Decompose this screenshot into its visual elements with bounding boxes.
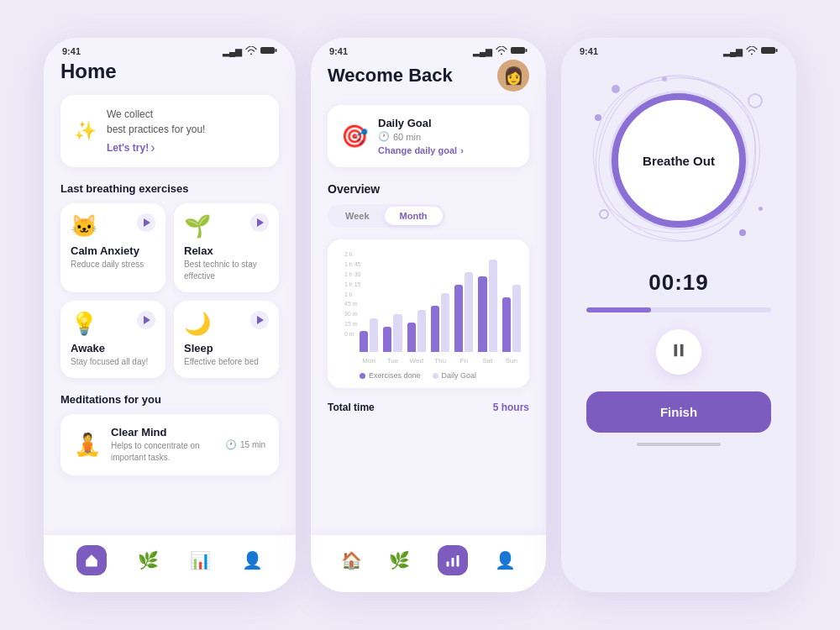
exercise-sleep[interactable]: 🌙 Sleep Effective before bed [174,301,279,378]
bottom-nav-1: 🌿 📊 👤 [44,535,296,592]
svg-rect-4 [446,562,449,567]
nav-profile-2[interactable]: 👤 [495,550,516,570]
overview-title: Overview [328,182,529,196]
desc-calm: Reduce daily stress [71,259,155,270]
svg-rect-8 [776,49,778,52]
total-row: Total time 5 hours [328,398,529,413]
name-sleep: Sleep [184,342,269,354]
svg-rect-9 [675,344,678,356]
finish-button[interactable]: Finish [586,391,771,433]
wifi-icon [245,46,257,56]
leaf-icon-2: 🌿 [389,550,410,570]
nav-leaf-1[interactable]: 🌿 [138,550,159,570]
phone-home: 9:41 ▂▄▆ Home ✨ We collectbest practices… [44,38,296,592]
signal-icon-3: ▂▄▆ [723,47,743,56]
legend-exercises: Exercises done [360,371,421,380]
bar-exercises-5 [478,276,486,352]
exercise-awake[interactable]: 💡 Awake Stay focused all day! [60,301,165,378]
legend-goal: Daily Goal [433,371,477,380]
bar-group-5 [478,260,496,352]
bar-exercises-1 [383,327,391,352]
chart-area: 2 h 1 h 45 1 h 30 1 h 15 1 h 45 m 30 m 1… [328,239,529,388]
bar-group-6 [502,285,521,352]
bar-exercises-4 [454,285,463,352]
status-icons-3: ▂▄▆ [723,46,778,56]
exercise-relax[interactable]: 🌱 Relax Best technic to stay effective [174,203,279,292]
bar-group-1 [383,314,402,352]
nav-leaf-2[interactable]: 🌿 [389,550,410,570]
tab-week[interactable]: Week [330,207,385,225]
clock-icon: 🕐 [225,439,237,450]
status-icons-2: ▂▄▆ [473,46,528,56]
play-relax[interactable] [250,213,269,232]
meditation-card[interactable]: 🧘 Clear Mind Helps to concentrate on imp… [60,414,279,475]
status-icons-1: ▂▄▆ [223,46,277,56]
avatar: 👩 [497,60,529,92]
breathing-section-title: Last breathing exercises [60,182,279,195]
bar-goal-4 [465,272,473,352]
legend-dot-light [433,373,438,379]
nav-chart-1[interactable]: 📊 [190,550,211,570]
chart-container: 2 h 1 h 45 1 h 30 1 h 15 1 h 45 m 30 m 1… [336,251,521,352]
svg-rect-0 [260,47,275,54]
profile-icon-2: 👤 [495,550,516,570]
name-calm: Calm Anxiety [71,244,155,257]
time-2: 9:41 [329,46,348,56]
bar-group-4 [454,272,473,352]
name-awake: Awake [71,342,155,354]
home-icon-2: 🏠 [341,550,362,570]
total-label: Total time [328,402,375,413]
total-value: 5 hours [493,402,529,413]
change-goal-link[interactable]: Change daily goal › [378,145,516,155]
main-breathing-circle: Breathe Out [612,93,746,228]
bar-goal-3 [441,293,449,352]
play-calm[interactable] [137,213,155,232]
wifi-icon-3 [746,46,758,56]
nav-chart-2[interactable] [438,545,468,575]
chart-bars [336,251,521,352]
play-awake[interactable] [137,311,155,329]
bar-group-2 [407,310,426,352]
bar-goal-2 [417,310,426,352]
nav-home-1[interactable] [76,545,107,575]
goal-time: 🕐 60 min [378,131,516,142]
tab-month[interactable]: Month [385,207,443,225]
chart-legend: Exercises done Daily Goal [336,371,521,380]
svg-rect-1 [276,49,277,52]
svg-rect-10 [680,344,684,356]
meditation-section-title: Meditations for you [60,393,279,406]
nav-profile-1[interactable]: 👤 [242,550,263,570]
welcome-title: Wecome Back [328,65,453,87]
bar-group-3 [431,293,449,352]
svg-rect-2 [511,47,525,54]
promo-icon: ✨ [74,120,97,142]
goal-clock-icon: 🕐 [378,131,390,142]
med-time: 🕐 15 min [225,439,265,450]
tab-switcher: Week Month [328,204,445,228]
breathe-text: Breathe Out [643,154,715,168]
promo-card: ✨ We collectbest practices for you! Let'… [60,95,279,167]
wifi-icon-2 [496,46,507,56]
bar-goal-6 [512,285,521,352]
float-dot-3 [748,93,763,108]
bar-exercises-0 [360,331,368,352]
promo-body: We collectbest practices for you! Let's … [107,107,205,155]
bar-exercises-3 [431,306,439,352]
home-indicator [637,443,721,446]
home-content: Home ✨ We collectbest practices for you!… [44,60,296,492]
time-1: 9:41 [62,46,81,56]
med-name: Clear Mind [111,426,215,438]
promo-text: We collectbest practices for you! [107,107,205,137]
battery-icon [260,46,277,56]
nav-home-2[interactable]: 🏠 [341,550,362,570]
promo-link[interactable]: Let's try! › [107,140,205,155]
med-info: Clear Mind Helps to concentrate on impor… [111,426,215,464]
svg-rect-3 [526,49,528,52]
exercise-calm[interactable]: 🐱 Calm Anxiety Reduce daily stress [60,203,165,292]
desc-sleep: Effective before bed [184,356,269,368]
play-sleep[interactable] [250,311,269,329]
pause-button[interactable] [656,329,701,375]
breathing-content: Breathe Out 00:19 Finish [561,60,796,446]
timer-display: 00:19 [648,270,709,296]
bar-goal-5 [489,260,497,352]
